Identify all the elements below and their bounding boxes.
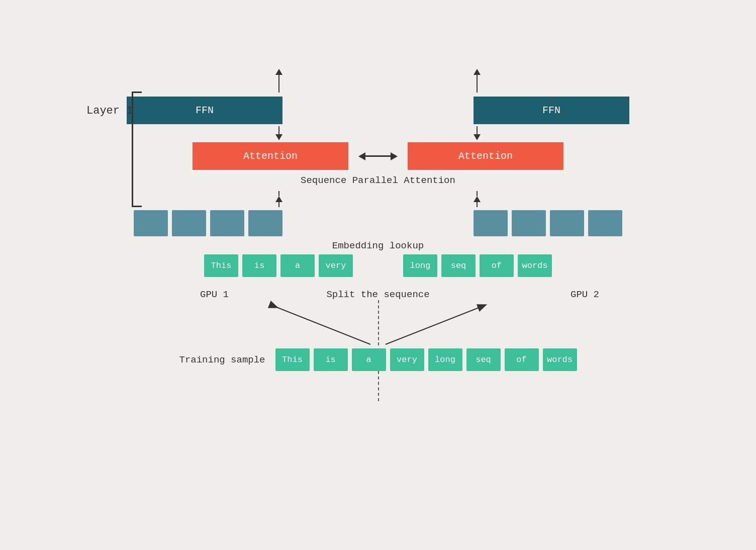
bottom-dashed-section [76, 371, 680, 401]
ffn-box-2: FFN [474, 97, 629, 124]
gpu2-token-2: of [480, 254, 514, 277]
gpu1-token-0: This [204, 254, 238, 277]
gpu1-token-2: a [280, 254, 315, 277]
vline-s2b [477, 202, 478, 207]
train-token-1: is [314, 348, 348, 371]
embed-to-attention-arrows [76, 191, 680, 207]
arrow-head-2 [474, 69, 481, 75]
attention-box-2: Attention [408, 142, 563, 170]
gpu-split-section: GPU 1 Split the sequence GPU 2 [76, 280, 680, 345]
tile-group-2 [474, 210, 622, 236]
embed-tile-1-1 [134, 210, 168, 236]
train-token-7: words [543, 348, 577, 371]
train-token-6: of [505, 348, 539, 371]
embedding-tiles-row [76, 210, 680, 236]
vline-s1 [278, 191, 279, 196]
train-token-2: a [352, 348, 386, 371]
gpu1-token-1: is [242, 254, 276, 277]
arrow-line-1 [278, 75, 279, 93]
gpu2-word-group: long seq of words [403, 254, 552, 277]
train-token-5: seq [466, 348, 501, 371]
arrow-up-head-2 [474, 196, 481, 202]
embed-tile-2-1 [474, 210, 508, 236]
training-row: Training sample This is a very long [76, 348, 680, 371]
attention-box-1: Attention [193, 142, 348, 170]
dashed-split-line [378, 300, 379, 345]
ffn-out-arrow-1 [275, 69, 282, 93]
training-tokens: This is a very long seq of [275, 348, 577, 371]
bottom-dashed-line [378, 371, 379, 401]
h-arrow-line [365, 155, 391, 157]
arrow-conn-2 [474, 126, 481, 140]
spa-label: Sequence Parallel Attention [76, 175, 680, 186]
train-token-3: very [390, 348, 424, 371]
embed-tile-1-3 [210, 210, 244, 236]
arrow-conn-1 [275, 126, 282, 140]
arrow-down-head-1 [275, 134, 282, 140]
embed-tile-1-2 [172, 210, 206, 236]
full-diagram: Layer 1 FFN FFN [76, 69, 680, 401]
ffn-out-arrow-2 [474, 69, 481, 93]
gpu1-word-group: This is a very [204, 254, 353, 277]
top-arrows [76, 69, 680, 93]
gpu1-token-3: very [319, 254, 353, 277]
embed-tile-2-2 [512, 210, 546, 236]
attention-row: Attention Attention [76, 142, 680, 170]
attention-label-2: Attention [458, 150, 513, 162]
ffn-boxes: FFN FFN [76, 97, 680, 124]
embed-tile-2-3 [550, 210, 584, 236]
arrow-up-head-1 [275, 196, 282, 202]
right-arrow-head [391, 152, 398, 160]
train-token-4: long [428, 348, 462, 371]
tile-group-1 [134, 210, 282, 236]
arrow-head-1 [275, 69, 282, 75]
vline-s1b [278, 202, 279, 207]
embed-tile-1-4 [248, 210, 282, 236]
gpu2-token-1: seq [441, 254, 476, 277]
ffn-to-attention-arrows [76, 126, 680, 140]
left-arrow-head [358, 152, 365, 160]
diagonal-arrow-right [386, 306, 483, 344]
embed-label: Embedding lookup [76, 240, 680, 251]
arrow-down-head-2 [474, 134, 481, 140]
diagram-container: Layer 1 FFN FFN [61, 49, 695, 501]
ffn-box-1: FFN [127, 97, 282, 124]
training-label: Training sample [179, 354, 265, 365]
arrow-up-conn-1 [275, 191, 282, 207]
gpu2-token-0: long [403, 254, 437, 277]
ffn-label-2: FFN [542, 105, 560, 116]
arrow-line-2 [477, 75, 478, 93]
vline-s2 [477, 191, 478, 196]
vline-up-1 [278, 126, 279, 134]
layer-label: Layer 1 [86, 104, 133, 117]
train-token-0: This [275, 348, 310, 371]
attention-label-1: Attention [243, 150, 298, 162]
diagonal-arrow-left [274, 306, 370, 344]
ffn-row: Layer 1 FFN FFN [76, 97, 680, 124]
double-arrow-connector [358, 152, 398, 160]
arrow-up-conn-2 [474, 191, 481, 207]
gpu-word-row: This is a very long seq [76, 254, 680, 277]
gpu2-token-3: words [518, 254, 552, 277]
vline-up-2 [477, 126, 478, 134]
embed-tile-2-4 [588, 210, 622, 236]
ffn-label-1: FFN [196, 105, 214, 116]
